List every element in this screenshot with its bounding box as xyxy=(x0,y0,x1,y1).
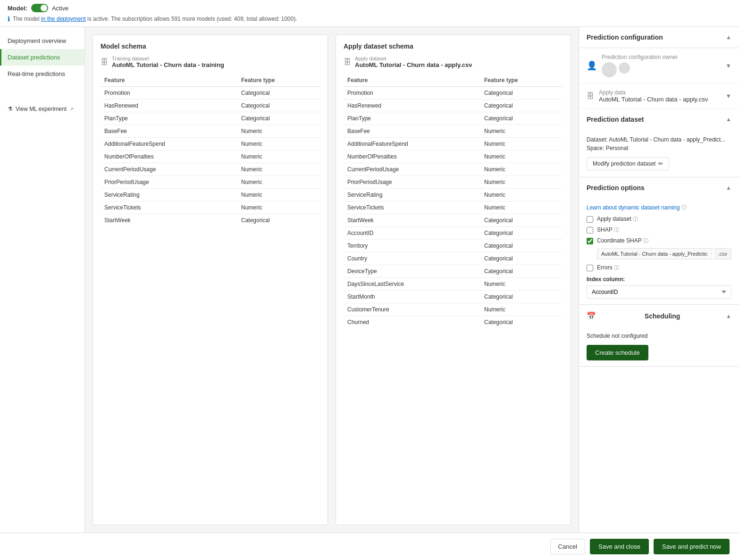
shap-checkbox[interactable] xyxy=(587,227,593,234)
apply-schema-row: AccountIDCategorical xyxy=(344,227,563,240)
model-schema-row: BaseFeeNumeric xyxy=(101,125,320,138)
apply-feature-name: Churned xyxy=(344,316,480,329)
apply-feature-name: PriorPeriodUsage xyxy=(344,176,480,189)
prediction-options-content: Learn about dynamic dataset naming ⓘ App… xyxy=(579,198,739,304)
scheduling-header[interactable]: 📅 Scheduling ▲ xyxy=(579,305,739,327)
model-feature-name: NumberOfPenalties xyxy=(101,150,237,163)
model-dataset-info: 🗄 Training dataset AutoML Tutorial - Chu… xyxy=(101,56,320,68)
model-feature-name: AdditionalFeatureSpend xyxy=(101,138,237,150)
apply-schema-row: TerritoryCategorical xyxy=(344,240,563,252)
pred-dataset-text: Dataset: AutoML Tutorial - Churn data - … xyxy=(587,136,731,143)
apply-feature-name: DaysSinceLastService xyxy=(344,278,480,291)
model-feature-name: ServiceTickets xyxy=(101,201,237,214)
apply-feature-name: ServiceTickets xyxy=(344,201,480,214)
apply-schema-row: DeviceTypeCategorical xyxy=(344,265,563,278)
apply-feature-name: PlanType xyxy=(344,112,480,125)
sidebar-item-deployment-overview[interactable]: Deployment overview xyxy=(0,33,84,49)
apply-dataset-checkbox[interactable] xyxy=(587,216,593,223)
right-panel: Prediction configuration ▲ 👤 Prediction … xyxy=(579,27,739,533)
errors-checkbox[interactable] xyxy=(587,265,593,271)
prediction-options-section: Prediction options ▲ Learn about dynamic… xyxy=(579,177,739,305)
modify-prediction-dataset-button[interactable]: Modify prediction dataset ✏ xyxy=(587,157,669,170)
apply-schema-row: ServiceRatingNumeric xyxy=(344,189,563,201)
model-schema-row: NumberOfPenaltiesNumeric xyxy=(101,150,320,163)
model-schema-row: CurrentPeriodUsageNumeric xyxy=(101,163,320,176)
apply-feature-name: Promotion xyxy=(344,87,480,100)
apply-data-row[interactable]: 🗄 Apply data AutoML Tutorial - Churn dat… xyxy=(579,84,739,109)
coord-shap-info-icon: ⓘ xyxy=(643,238,648,243)
model-feature-name: BaseFee xyxy=(101,125,237,138)
sidebar-item-dataset-predictions[interactable]: Dataset predictions xyxy=(0,49,84,66)
create-schedule-button[interactable]: Create schedule xyxy=(587,345,648,360)
model-feature-name: CurrentPeriodUsage xyxy=(101,163,237,176)
apply-feature-name: HasRenewed xyxy=(344,100,480,112)
modify-label: Modify prediction dataset xyxy=(593,160,655,167)
apply-feature-type: Categorical xyxy=(480,100,563,112)
model-feature-name: StartWeek xyxy=(101,214,237,227)
model-feature-type: Numeric xyxy=(237,176,320,189)
model-row: Model: Active xyxy=(8,4,731,12)
index-column-container: Index column: AccountID xyxy=(587,276,731,299)
prediction-config-section: Prediction configuration ▲ xyxy=(579,27,739,48)
owner-row[interactable]: 👤 Prediction configuration owner ▼ xyxy=(579,48,739,83)
prediction-options-header[interactable]: Prediction options ▲ xyxy=(579,177,739,198)
save-close-button[interactable]: Save and close xyxy=(590,539,649,554)
prediction-config-header[interactable]: Prediction configuration ▲ xyxy=(579,27,739,48)
cancel-button[interactable]: Cancel xyxy=(550,539,585,554)
coord-shap-checkbox[interactable] xyxy=(587,238,593,244)
apply-feature-name: StartMonth xyxy=(344,291,480,303)
apply-feature-type: Categorical xyxy=(480,265,563,278)
apply-schema-card: Apply dataset schema 🗄 Apply dataset Aut… xyxy=(336,34,571,525)
index-column-label: Index column: xyxy=(587,276,731,283)
left-sidebar: Deployment overview Dataset predictions … xyxy=(0,27,85,533)
scheduling-title: Scheduling xyxy=(645,312,680,320)
apply-feature-name: CurrentPeriodUsage xyxy=(344,163,480,176)
scheduling-section: 📅 Scheduling ▲ Schedule not configured C… xyxy=(579,305,739,367)
apply-feature-type: Numeric xyxy=(480,163,563,176)
apply-feature-name: BaseFee xyxy=(344,125,480,138)
view-ml-experiment[interactable]: ⚗ View ML experiment ↗ xyxy=(0,101,84,117)
apply-feature-type: Numeric xyxy=(480,303,563,316)
coord-shap-label: Coordinate SHAP ⓘ xyxy=(597,237,648,244)
apply-schema-row: PlanTypeCategorical xyxy=(344,112,563,125)
sidebar-item-realtime-predictions[interactable]: Real-time predictions xyxy=(0,66,84,82)
model-feature-type: Numeric xyxy=(237,189,320,201)
index-column-select[interactable]: AccountID xyxy=(587,285,731,299)
apply-feature-name: Country xyxy=(344,252,480,265)
info-link[interactable]: in the deployment xyxy=(41,16,86,22)
save-predict-button[interactable]: Save and predict now xyxy=(654,539,730,554)
apply-feature-type: Categorical xyxy=(480,87,563,100)
prediction-dataset-header[interactable]: Prediction dataset ▲ xyxy=(579,109,739,130)
apply-dataset-info-icon: ⓘ xyxy=(633,216,638,222)
apply-schema-row: CustomerTenureNumeric xyxy=(344,303,563,316)
top-bar: Model: Active ℹ The model in the deploym… xyxy=(0,0,739,27)
person-icon: 👤 xyxy=(587,60,597,71)
pred-dataset-chevron-icon: ▲ xyxy=(726,116,731,123)
owner-avatar-2 xyxy=(619,62,630,74)
model-feature-name: ServiceRating xyxy=(101,189,237,201)
model-feature-type: Categorical xyxy=(237,87,320,100)
apply-data-name: AutoML Tutorial - Churn data - apply.csv xyxy=(599,96,708,103)
model-feature-type: Numeric xyxy=(237,150,320,163)
apply-schema-row: PromotionCategorical xyxy=(344,87,563,100)
dynamic-dataset-link[interactable]: Learn about dynamic dataset naming xyxy=(587,204,680,211)
apply-feature-header: Feature xyxy=(344,74,480,87)
model-feature-header: Feature xyxy=(101,74,237,87)
errors-info-icon: ⓘ xyxy=(614,265,619,270)
apply-database-icon: 🗄 xyxy=(344,58,351,67)
coord-shap-input[interactable] xyxy=(597,248,712,259)
prediction-dataset-content: Dataset: AutoML Tutorial - Churn data - … xyxy=(579,130,739,177)
apply-schema-row: CountryCategorical xyxy=(344,252,563,265)
apply-schema-row: CurrentPeriodUsageNumeric xyxy=(344,163,563,176)
apply-schema-row: StartWeekCategorical xyxy=(344,214,563,227)
errors-label: Errors ⓘ xyxy=(597,264,619,271)
prediction-config-title: Prediction configuration xyxy=(587,33,663,41)
model-schema-row: ServiceTicketsNumeric xyxy=(101,201,320,214)
model-feature-type: Numeric xyxy=(237,125,320,138)
pred-space-text: Space: Personal xyxy=(587,145,731,151)
model-feature-name: PlanType xyxy=(101,112,237,125)
model-toggle[interactable] xyxy=(31,4,48,12)
model-schema-card: Model schema 🗄 Training dataset AutoML T… xyxy=(92,34,328,525)
prediction-options-title: Prediction options xyxy=(587,184,645,192)
model-feature-type: Numeric xyxy=(237,201,320,214)
